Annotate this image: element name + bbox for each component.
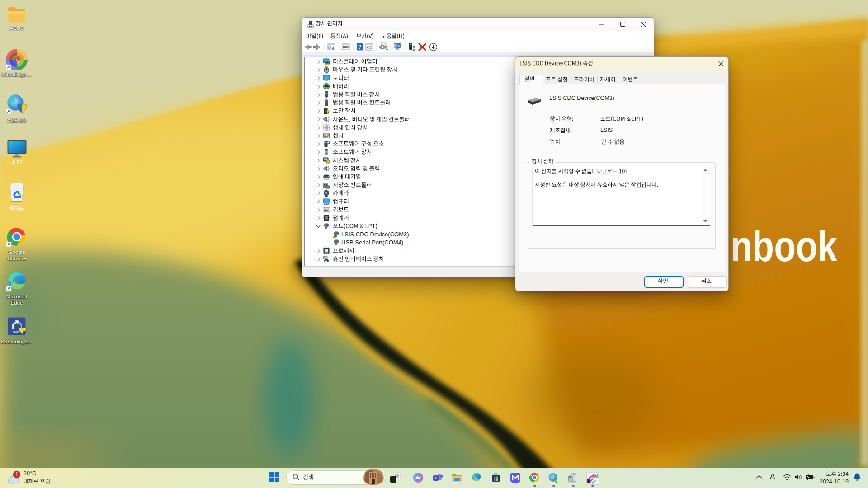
svg-text:1: 1 bbox=[15, 471, 19, 478]
svg-text:T: T bbox=[434, 476, 437, 480]
svg-text:?: ? bbox=[358, 44, 361, 50]
